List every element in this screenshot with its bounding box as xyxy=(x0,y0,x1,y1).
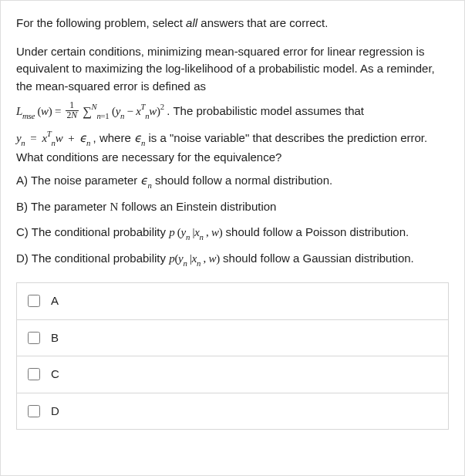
answer-row-c[interactable]: C xyxy=(17,356,448,393)
eq1-tail: . The probabilistic model assumes that xyxy=(167,104,364,117)
question-text: Under certain conditions, minimizing mea… xyxy=(16,43,449,269)
question-para-3: yn = xTnw + ϵn , where ϵn is a "noise va… xyxy=(16,128,449,166)
option-c-post: should follow a Poisson distribution. xyxy=(222,225,409,238)
option-c-pre: C) The conditional probability xyxy=(16,225,169,238)
equation-model: yn = xTnw + ϵn xyxy=(16,132,93,144)
option-b-post: follows an Einstein distribution xyxy=(118,200,276,213)
eq2-mid: , where xyxy=(93,131,134,144)
answer-row-b[interactable]: B xyxy=(17,320,448,357)
instruction-line: For the following problem, select all an… xyxy=(16,15,449,32)
answer-list: A B C D xyxy=(16,282,449,430)
cond-prob-d: p(yn |xn , w) xyxy=(169,252,220,265)
option-d: D) The conditional probability p(yn |xn … xyxy=(16,250,449,268)
answer-row-a[interactable]: A xyxy=(17,283,448,320)
option-b-pre: B) The parameter xyxy=(16,200,110,213)
checkbox-a[interactable] xyxy=(28,295,40,307)
answer-row-d[interactable]: D xyxy=(17,393,448,430)
checkbox-d[interactable] xyxy=(28,405,40,417)
option-a-post: should follow a normal distribution. xyxy=(152,174,332,187)
equation-mse: Lmse (w) = 12N ∑Nn=1 (yn − xTnw)2 xyxy=(16,105,167,117)
option-b: B) The parameter N follows an Einstein d… xyxy=(16,198,449,216)
option-d-post: should follow a Gaussian distribution. xyxy=(220,252,414,265)
option-a: A) The noise parameter ϵn should follow … xyxy=(16,172,449,191)
option-a-pre: A) The noise parameter xyxy=(16,174,140,187)
answer-label-c[interactable]: C xyxy=(51,366,59,383)
answer-label-a[interactable]: A xyxy=(51,292,59,310)
option-d-pre: D) The conditional probability xyxy=(16,252,169,265)
noise-symbol: ϵn xyxy=(134,132,145,144)
cond-prob-c: p (yn |xn , w) xyxy=(169,226,222,238)
option-c: C) The conditional probability p (yn |xn… xyxy=(16,224,449,242)
question-para-2: Lmse (w) = 12N ∑Nn=1 (yn − xTnw)2 . The … xyxy=(16,101,449,122)
n-symbol: N xyxy=(110,201,118,213)
question-para-1: Under certain conditions, minimizing mea… xyxy=(16,43,449,96)
checkbox-b[interactable] xyxy=(28,332,40,344)
answer-label-b[interactable]: B xyxy=(51,329,59,347)
epsilon-n-symbol: ϵn xyxy=(140,174,151,187)
answer-label-d[interactable]: D xyxy=(51,403,59,420)
checkbox-c[interactable] xyxy=(28,368,40,380)
